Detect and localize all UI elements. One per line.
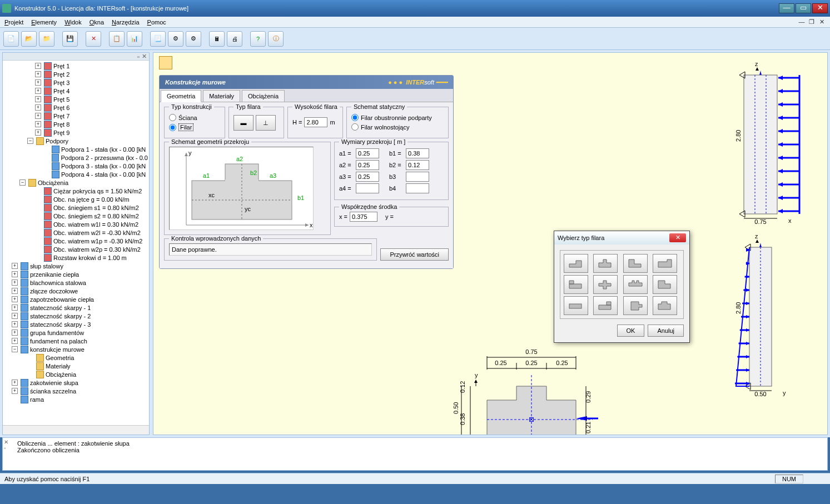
tb-open[interactable]: 📂: [21, 31, 37, 47]
dialog-cancel[interactable]: Anuluj: [648, 325, 684, 337]
tree-node[interactable]: Materiały: [4, 362, 148, 370]
menu-widok[interactable]: Widok: [64, 19, 82, 26]
tree-node[interactable]: +Pręt 3: [4, 78, 148, 87]
menu-elementy[interactable]: Elementy: [31, 19, 57, 26]
radio-sciana[interactable]: Ściana: [169, 114, 220, 121]
tree-node[interactable]: +blachownica stalowa: [4, 278, 148, 287]
tb-open2[interactable]: 📁: [39, 31, 54, 47]
tree-node[interactable]: Rozstaw krokwi d = 1.00 m: [4, 253, 148, 262]
tree-node[interactable]: Podpora 2 - przesuwna (kx - 0.0: [4, 153, 148, 162]
input-a2[interactable]: [356, 160, 379, 170]
input-b4[interactable]: [406, 183, 429, 193]
tree-node[interactable]: +Pręt 1: [4, 62, 148, 70]
message-close-icon[interactable]: ✕▫: [4, 439, 8, 451]
h-input[interactable]: [304, 117, 327, 127]
tree-node[interactable]: Obc. wiatrem w2p = 0.30 kN/m2: [4, 245, 148, 253]
shape-5[interactable]: [564, 275, 588, 294]
shape-1[interactable]: [564, 254, 588, 273]
tb-save[interactable]: 💾: [62, 31, 78, 47]
tb-page[interactable]: 📃: [150, 31, 166, 47]
tb-info[interactable]: ⓘ: [268, 31, 284, 47]
tree-node[interactable]: Obciążenia: [4, 370, 148, 378]
minimize-button[interactable]: —: [779, 3, 794, 13]
x-input[interactable]: [350, 212, 377, 222]
shape-btn-1[interactable]: ▬: [233, 115, 254, 131]
shape-12[interactable]: [653, 296, 677, 315]
shape-btn-2[interactable]: ⊥: [256, 115, 276, 131]
tb-new[interactable]: 📄: [3, 31, 19, 47]
tab-obciazenia[interactable]: Obciążenia: [242, 90, 285, 102]
radio-filar[interactable]: Filar: [169, 123, 220, 131]
input-b1[interactable]: [406, 148, 429, 158]
maximize-button[interactable]: ▭: [796, 3, 811, 13]
tree-node[interactable]: +przenikanie ciepła: [4, 270, 148, 278]
tree-node[interactable]: Obc. na jętce g = 0.00 kN/m: [4, 195, 148, 203]
tree-node[interactable]: Obc. śniegiem s1 = 0.80 kN/m2: [4, 203, 148, 212]
shape-11[interactable]: [623, 296, 648, 315]
tab-geometria[interactable]: Geometria: [161, 90, 201, 102]
mdi-restore[interactable]: ❐: [808, 18, 816, 26]
tree-body[interactable]: +Pręt 1+Pręt 2+Pręt 3+Pręt 4+Pręt 5+Pręt…: [3, 61, 149, 425]
input-a1[interactable]: [356, 148, 379, 158]
input-b2[interactable]: [406, 160, 429, 170]
dialog-close-button[interactable]: ✕: [669, 233, 686, 242]
tree-node[interactable]: Ciężar pokrycia qs = 1.50 kN/m2: [4, 187, 148, 195]
shape-7[interactable]: [623, 275, 648, 294]
tree-node[interactable]: Geometria: [4, 353, 148, 362]
btn-restore[interactable]: Przywróć wartości: [380, 248, 449, 261]
shape-4[interactable]: [653, 254, 677, 273]
tree-node[interactable]: +stateczność skarpy - 2: [4, 312, 148, 320]
tree-node[interactable]: Obc. wiatrem w1p = -0.30 kN/m2: [4, 237, 148, 245]
tree-node[interactable]: +fundament na palach: [4, 337, 148, 345]
tree-node[interactable]: +Pręt 4: [4, 87, 148, 95]
tb-doc[interactable]: 📋: [109, 31, 125, 47]
shape-8[interactable]: [653, 275, 677, 294]
tree-node[interactable]: +słup stalowy: [4, 262, 148, 270]
tb-help[interactable]: ?: [250, 31, 266, 47]
shape-3[interactable]: [623, 254, 648, 273]
menu-okna[interactable]: Okna: [90, 19, 104, 26]
tree-close-icon[interactable]: ✕: [142, 53, 147, 60]
tree-node[interactable]: +Pręt 7: [4, 112, 148, 120]
dialog-ok[interactable]: OK: [617, 325, 645, 337]
tb-delete[interactable]: ✕: [86, 31, 101, 47]
mdi-minimize[interactable]: —: [798, 18, 806, 26]
tree-node[interactable]: −konstrukcje murowe: [4, 345, 148, 353]
tb-print[interactable]: 🖨: [227, 31, 242, 47]
tree-node[interactable]: +Pręt 6: [4, 103, 148, 112]
tb-gear1[interactable]: ⚙: [168, 31, 183, 47]
tree-node[interactable]: −Podpory: [4, 137, 148, 145]
menu-narzedzia[interactable]: Narzędzia: [112, 19, 140, 26]
input-a3[interactable]: [356, 172, 379, 182]
dialog-title[interactable]: Wybierz typ filara ✕: [554, 231, 689, 244]
menu-projekt[interactable]: Projekt: [4, 19, 23, 26]
tree-node[interactable]: +Pręt 2: [4, 70, 148, 78]
tree-node[interactable]: Podpora 3 - stała (kx - 0.00 [kN: [4, 162, 148, 170]
input-b3[interactable]: [406, 172, 429, 182]
tb-calc[interactable]: 🖩: [209, 31, 225, 47]
tree-node[interactable]: +Pręt 8: [4, 120, 148, 128]
tree-node[interactable]: +stateczność skarpy - 1: [4, 303, 148, 312]
tree-node[interactable]: Obc. śniegiem s2 = 0.80 kN/m2: [4, 212, 148, 220]
tb-export[interactable]: 📊: [127, 31, 142, 47]
radio-wolno[interactable]: Filar wolnostojący: [351, 123, 444, 131]
tree-node[interactable]: rama: [4, 395, 148, 403]
shape-10[interactable]: [593, 296, 618, 315]
shape-9[interactable]: [564, 296, 588, 315]
tree-node[interactable]: +zapotrzebowanie ciepła: [4, 295, 148, 303]
tab-materialy[interactable]: Materiały: [203, 90, 240, 102]
radio-obustronnie[interactable]: Filar obustronnie podparty: [351, 114, 444, 121]
tree-node[interactable]: Podpora 1 - stała (kx - 0.00 [kN: [4, 145, 148, 153]
tb-gear2[interactable]: ⚙: [186, 31, 201, 47]
close-button[interactable]: ✕: [812, 3, 828, 13]
tree-node[interactable]: −Obciążenia: [4, 178, 148, 187]
shape-2[interactable]: [593, 254, 618, 273]
tree-node[interactable]: +Pręt 9: [4, 128, 148, 137]
mdi-close[interactable]: ✕: [818, 18, 826, 26]
input-a4[interactable]: [356, 183, 379, 193]
tree-node[interactable]: +stateczność skarpy - 3: [4, 320, 148, 328]
tree-node[interactable]: +złącze doczołowe: [4, 287, 148, 295]
menu-pomoc[interactable]: Pomoc: [147, 19, 166, 26]
tree-node[interactable]: +Pręt 5: [4, 95, 148, 103]
tree-pin-icon[interactable]: ▫: [137, 53, 140, 60]
